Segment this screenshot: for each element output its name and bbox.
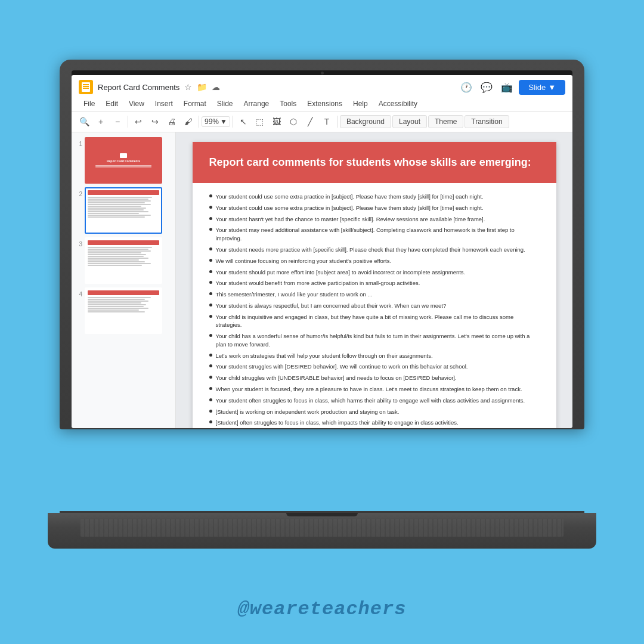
t4l9 <box>88 311 145 312</box>
star-icon[interactable]: ☆ <box>184 82 192 92</box>
slide-header: Report card comments for students whose … <box>193 142 556 183</box>
t2l10 <box>88 213 139 214</box>
bullet-dot-6 <box>209 259 212 262</box>
bullet-dot-8 <box>209 281 212 284</box>
slide-thumb-3[interactable] <box>85 237 162 284</box>
bullet-dot-17 <box>209 398 212 401</box>
slide-thumb-1[interactable]: Report Card Comments <box>85 137 162 184</box>
zoom-out-btn[interactable]: − <box>110 114 125 129</box>
select-tool[interactable]: ⬚ <box>252 114 268 129</box>
thumb3-bullets <box>88 247 159 266</box>
menu-help[interactable]: Help <box>348 98 373 110</box>
print-btn[interactable]: 🖨 <box>164 114 179 129</box>
watermark-text: @weareteachers <box>238 598 407 620</box>
bullet-dot-7 <box>209 270 212 273</box>
redo-btn[interactable]: ↪ <box>147 114 163 129</box>
slides-editor: Report card comments for students whose … <box>176 132 572 428</box>
slide-1-number: 1 <box>74 141 82 147</box>
t4l1 <box>88 297 151 298</box>
thumb2-bullets <box>88 197 159 218</box>
t3l9 <box>88 261 145 262</box>
slide-4-container: 4 <box>74 287 173 334</box>
t3l8 <box>88 259 139 261</box>
laptop-screen: Report Card Comments ☆ 📁 ☁ 🕐 💬 📺 Slide ▼ <box>72 75 572 428</box>
layout-button[interactable]: Layout <box>392 115 427 128</box>
slide-thumb-4[interactable] <box>85 287 162 334</box>
bullet-text-14: Your student struggles with [DESIRED beh… <box>216 363 468 371</box>
menu-accessibility[interactable]: Accessibility <box>374 98 422 110</box>
slide-bullet-19: [Student] often struggles to focus in cl… <box>209 419 540 427</box>
text-tool[interactable]: T <box>319 114 335 129</box>
menu-format[interactable]: Format <box>179 98 211 110</box>
slides-main-area: 1 Report Card Comments <box>72 132 572 428</box>
thumb1-logo <box>120 153 127 158</box>
t2l7 <box>88 208 146 209</box>
background-button[interactable]: Background <box>340 115 391 128</box>
paint-btn[interactable]: 🖌 <box>181 114 196 129</box>
slide-bullet-17: Your student often struggles to focus in… <box>209 397 540 405</box>
transition-button[interactable]: Transition <box>465 115 509 128</box>
thumb1-line2 <box>95 166 151 167</box>
thumb3-header <box>88 240 159 245</box>
t3l11 <box>88 265 142 266</box>
menu-extensions[interactable]: Extensions <box>302 98 347 110</box>
line-tool[interactable]: ╱ <box>302 114 318 129</box>
menu-insert[interactable]: Insert <box>150 98 178 110</box>
slideshow-label: Slide <box>528 83 546 92</box>
cloud-icon[interactable]: ☁ <box>212 82 220 92</box>
slide-bullet-1: Your student could use some extra practi… <box>209 193 540 201</box>
slide-bullet-14: Your student struggles with [DESIRED beh… <box>209 363 540 371</box>
cursor-tool[interactable]: ↖ <box>236 114 251 129</box>
folder-icon[interactable]: 📁 <box>197 82 207 92</box>
slide-thumb-2[interactable] <box>85 187 162 234</box>
slide-bullet-7: Your student should put more effort into… <box>209 268 540 277</box>
slide-bullet-12: Your child has a wonderful sense of humo… <box>209 332 540 349</box>
t4l8 <box>88 309 139 311</box>
slide-bullet-8: Your student would benefit from more act… <box>209 279 540 287</box>
zoom-in-btn[interactable]: + <box>93 114 109 129</box>
theme-button[interactable]: Theme <box>428 115 463 128</box>
bullet-text-11: Your child is inquisitive and engaged in… <box>216 313 540 330</box>
bullet-text-15: Your child struggles with [UNDESIRABLE b… <box>216 374 457 382</box>
bullet-dot-13 <box>209 354 212 357</box>
t4l3 <box>88 301 148 302</box>
bullet-text-17: Your student often struggles to focus in… <box>216 397 525 405</box>
slide-canvas[interactable]: Report card comments for students whose … <box>193 142 556 428</box>
image-tool[interactable]: 🖼 <box>269 114 284 129</box>
screen-bezel-top <box>72 70 572 75</box>
slide-header-text: Report card comments for students whose … <box>209 155 540 170</box>
menu-slide[interactable]: Slide <box>212 98 238 110</box>
comments-icon[interactable]: 💬 <box>478 79 495 95</box>
present-icon[interactable]: 📺 <box>499 79 515 95</box>
document-title: Report Card Comments <box>98 83 179 92</box>
laptop-base <box>48 513 596 549</box>
slides-logo-icon <box>82 82 90 92</box>
search-btn[interactable]: 🔍 <box>76 114 92 129</box>
slide-bullet-3: Your student hasn't yet had the chance t… <box>209 215 540 224</box>
bullet-dot-5 <box>209 247 212 250</box>
history-icon[interactable]: 🕐 <box>458 79 475 95</box>
bullet-text-8: Your student would benefit from more act… <box>216 279 420 287</box>
menu-arrange[interactable]: Arrange <box>239 98 274 110</box>
menu-view[interactable]: View <box>124 98 149 110</box>
bullet-text-10: Your student is always respectful, but I… <box>216 302 447 310</box>
zoom-value: 99% <box>205 117 219 126</box>
slide-bullet-13: Let's work on strategies that will help … <box>209 352 540 360</box>
bullet-text-7: Your student should put more effort into… <box>216 268 466 277</box>
zoom-selector[interactable]: 99% ▼ <box>202 116 230 127</box>
bullet-dot-16 <box>209 387 212 390</box>
menu-tools[interactable]: Tools <box>275 98 301 110</box>
slide-2-number: 2 <box>74 191 82 197</box>
laptop-keyboard <box>80 519 564 537</box>
menu-edit[interactable]: Edit <box>101 98 123 110</box>
bullet-text-5: Your student needs more practice with [s… <box>216 246 525 254</box>
slide-bullet-16: When your student is focused, they are a… <box>209 385 540 394</box>
slide-bullet-4: Your student may need additional assista… <box>209 226 540 243</box>
slideshow-button[interactable]: Slide ▼ <box>519 80 565 95</box>
t3l1 <box>88 247 152 248</box>
undo-btn[interactable]: ↩ <box>131 114 146 129</box>
shape-tool[interactable]: ⬡ <box>286 114 301 129</box>
menu-file[interactable]: File <box>79 98 100 110</box>
menu-bar: File Edit View Insert Format Slide Arran… <box>72 97 572 111</box>
slide-bullet-9: This semester/trimester, I would like yo… <box>209 290 540 299</box>
